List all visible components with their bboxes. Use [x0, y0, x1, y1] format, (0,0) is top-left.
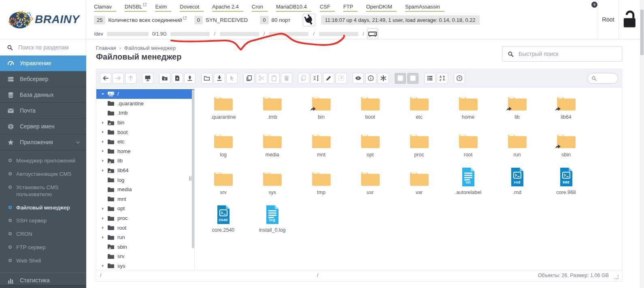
- tree-item[interactable]: lib64: [96, 166, 194, 175]
- toolbar-button[interactable]: [298, 73, 309, 84]
- service-link[interactable]: CSF: [320, 4, 335, 12]
- file-item[interactable]: .tmb: [248, 91, 297, 128]
- caret-right-icon[interactable]: [101, 206, 107, 211]
- toolbar-button[interactable]: [226, 73, 238, 84]
- service-link[interactable]: DNSBL: [125, 4, 147, 12]
- help-icon[interactable]: ?: [591, 1, 598, 8]
- caret-right-icon[interactable]: [101, 263, 107, 268]
- file-item[interactable]: boot: [346, 91, 395, 128]
- caret-right-icon[interactable]: [101, 158, 107, 163]
- toolbar-button[interactable]: [395, 73, 406, 84]
- toolbar-button[interactable]: [365, 73, 376, 84]
- toolbar-button[interactable]: [142, 73, 153, 84]
- file-item[interactable]: lib: [493, 91, 542, 128]
- resize-grip[interactable]: [614, 275, 618, 279]
- tree-item[interactable]: root: [96, 223, 194, 233]
- toolbar-button[interactable]: [323, 73, 334, 84]
- toolbar-button[interactable]: [378, 73, 389, 84]
- toolbar-button[interactable]: [336, 73, 347, 84]
- breadcrumb-home[interactable]: Главная: [96, 45, 116, 51]
- file-item[interactable]: mnt: [297, 128, 346, 166]
- file-item[interactable]: sbin: [542, 128, 591, 166]
- file-item[interactable]: bin: [297, 91, 346, 128]
- service-link[interactable]: Clamav: [94, 4, 116, 12]
- connections-plug-button[interactable]: [303, 14, 315, 26]
- service-link[interactable]: SpamAssassin: [405, 4, 444, 12]
- tree-item[interactable]: sbin: [96, 242, 194, 252]
- caret-right-icon[interactable]: [101, 139, 107, 144]
- quick-search-input[interactable]: [518, 50, 616, 58]
- service-link[interactable]: OpenDKIM: [366, 4, 396, 12]
- toolbar-button[interactable]: [172, 73, 183, 84]
- file-item[interactable]: sys: [248, 166, 297, 204]
- file-item[interactable]: rnd .rnd: [493, 166, 542, 204]
- tree-scrollbar[interactable]: [192, 90, 194, 248]
- service-link[interactable]: Exim: [155, 4, 171, 12]
- tree-item[interactable]: .tmb: [96, 108, 194, 118]
- tree-item[interactable]: mnt: [96, 194, 194, 204]
- file-item[interactable]: srv: [199, 166, 248, 204]
- toolbar-button[interactable]: [214, 73, 225, 84]
- sidebar-subitem[interactable]: Менеджер приложений: [0, 154, 86, 168]
- tree-resize-handle[interactable]: [189, 176, 191, 181]
- logout-button[interactable]: [618, 0, 640, 39]
- file-item[interactable]: .quarantine: [199, 91, 248, 128]
- user-menu[interactable]: Root: [598, 0, 618, 39]
- caret-right-icon[interactable]: [101, 168, 107, 173]
- sidebar-item[interactable]: База данных: [0, 87, 86, 103]
- toolbar-button[interactable]: [424, 73, 436, 84]
- file-item[interactable]: usr: [346, 166, 395, 204]
- sidebar-item[interactable]: Сервер имен: [0, 119, 86, 134]
- caret-right-icon[interactable]: [101, 235, 107, 240]
- file-item[interactable]: proc: [395, 128, 444, 166]
- toolbar-button[interactable]: [281, 73, 292, 84]
- caret-right-icon[interactable]: [101, 130, 107, 134]
- sidebar-subitem[interactable]: SSH сервер: [0, 214, 86, 228]
- caret-right-icon[interactable]: [101, 225, 107, 230]
- page-scrollbar[interactable]: [640, 0, 644, 288]
- caret-right-icon[interactable]: [101, 149, 107, 154]
- file-item[interactable]: log: [199, 128, 248, 166]
- tree-item[interactable]: /: [96, 89, 194, 99]
- service-link[interactable]: Cron: [252, 4, 268, 12]
- sidebar-subitem[interactable]: Web Shell: [0, 254, 86, 268]
- toolbar-button[interactable]: [243, 73, 255, 84]
- sidebar-subitem[interactable]: Автоустановщик CMS: [0, 168, 86, 181]
- file-item[interactable]: lib64: [542, 91, 591, 128]
- file-item[interactable]: var: [395, 166, 444, 204]
- file-item[interactable]: etc: [395, 91, 444, 128]
- sidebar-subitem[interactable]: Установить CMS пользователю: [0, 181, 86, 201]
- file-item[interactable]: 2540 core.2540: [199, 204, 248, 241]
- tree-item[interactable]: run: [96, 233, 194, 242]
- sidebar-subitem[interactable]: Файловый менеджер: [0, 201, 86, 215]
- toolbar-button[interactable]: [184, 73, 196, 84]
- service-link[interactable]: MariaDB10.4: [276, 4, 311, 12]
- file-item[interactable]: media: [248, 128, 297, 166]
- caret-right-icon[interactable]: [101, 120, 107, 125]
- toolbar-button[interactable]: [100, 73, 111, 84]
- page-scrollbar-thumb[interactable]: [640, 10, 644, 55]
- sidebar-search-input[interactable]: [17, 44, 79, 51]
- file-item[interactable]: opt: [346, 128, 395, 166]
- file-item[interactable]: home: [444, 91, 493, 128]
- sidebar-item[interactable]: Приложения: [0, 134, 86, 150]
- service-link[interactable]: FTP: [343, 4, 358, 12]
- sidebar-subitem[interactable]: FTP сервер: [0, 241, 86, 254]
- tree-item[interactable]: sys: [96, 261, 194, 271]
- tree-item[interactable]: lib: [96, 156, 194, 166]
- toolbar-button[interactable]: [113, 73, 124, 84]
- file-item[interactable]: root: [444, 128, 493, 166]
- file-item[interactable]: run: [493, 128, 542, 166]
- service-link[interactable]: Apache 2.4: [212, 4, 243, 12]
- toolbar-button[interactable]: [407, 73, 419, 84]
- tree-item[interactable]: log: [96, 175, 194, 185]
- file-item[interactable]: log install_0.log: [248, 204, 297, 241]
- service-link[interactable]: Dovecot: [180, 4, 204, 12]
- toolbar-search[interactable]: [587, 73, 618, 84]
- file-item[interactable]: 968 core.968: [542, 166, 591, 204]
- tree-item[interactable]: .quarantine: [96, 99, 194, 109]
- file-item[interactable]: txt .autorelabel: [444, 166, 493, 204]
- tree-item[interactable]: opt: [96, 204, 194, 213]
- toolbar-button[interactable]: AZ: [437, 73, 448, 84]
- tree-item[interactable]: bin: [96, 118, 194, 128]
